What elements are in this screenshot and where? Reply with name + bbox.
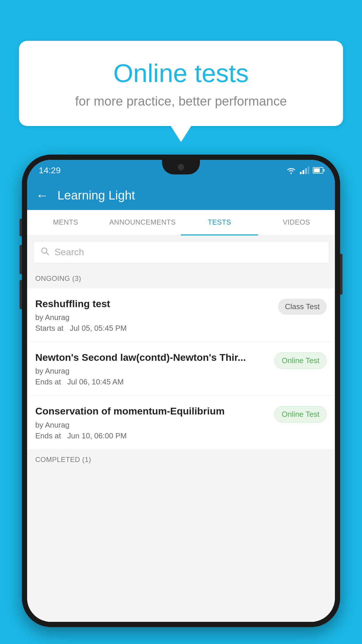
test-card-date: Starts at Jul 05, 05:45 PM (35, 324, 272, 333)
test-badge-online: Online Test (274, 352, 327, 369)
phone-frame: 14:29 (22, 155, 340, 627)
test-card-title: Conservation of momentum-Equilibrium (35, 405, 268, 417)
test-card-date: Ends at Jun 10, 06:00 PM (35, 431, 268, 440)
status-time: 14:29 (39, 165, 61, 175)
test-card-by: by Anurag (35, 421, 268, 430)
speech-bubble-container: Online tests for more practice, better p… (19, 41, 343, 142)
search-input-placeholder: Search (55, 247, 84, 258)
svg-rect-1 (303, 170, 304, 174)
phone-button-extra (20, 280, 22, 309)
test-card-by: by Anurag (35, 313, 272, 322)
battery-icon (313, 167, 323, 174)
tab-ments[interactable]: MENTS (27, 210, 104, 235)
search-container: Search (27, 236, 335, 269)
test-card-title: Reshuffling test (35, 297, 272, 310)
tabs-bar: MENTS ANNOUNCEMENTS TESTS VIDEOS (27, 210, 335, 236)
app-header: ← Learning Light (27, 181, 335, 210)
svg-rect-2 (305, 168, 307, 174)
test-card[interactable]: Reshuffling test by Anurag Starts at Jul… (27, 288, 335, 342)
phone-button-volume-up (20, 219, 22, 236)
svg-line-5 (46, 253, 49, 255)
test-card-info: Conservation of momentum-Equilibrium by … (35, 405, 268, 440)
completed-section-header: COMPLETED (1) (27, 450, 335, 470)
notch (162, 160, 200, 174)
test-card-date: Ends at Jul 06, 10:45 AM (35, 377, 268, 386)
search-icon (41, 246, 49, 258)
bubble-subtitle: for more practice, better performance (42, 94, 320, 108)
status-icons (286, 166, 323, 174)
search-bar[interactable]: Search (33, 241, 329, 263)
phone-button-power (340, 254, 342, 295)
battery-fill (314, 168, 320, 172)
phone-wrapper: 14:29 (22, 155, 340, 644)
test-card-info: Reshuffling test by Anurag Starts at Jul… (35, 297, 272, 333)
test-badge-online: Online Test (274, 406, 327, 423)
phone-screen: 14:29 (27, 160, 335, 622)
app-title: Learning Light (57, 188, 135, 202)
speech-bubble: Online tests for more practice, better p… (19, 41, 343, 126)
back-button[interactable]: ← (36, 188, 49, 203)
wifi-icon (286, 166, 296, 174)
tab-announcements[interactable]: ANNOUNCEMENTS (104, 210, 181, 235)
svg-rect-0 (300, 172, 302, 174)
test-card[interactable]: Conservation of momentum-Equilibrium by … (27, 396, 335, 449)
ongoing-section-header: ONGOING (3) (27, 269, 335, 288)
speech-bubble-tail (171, 126, 191, 142)
test-card-by: by Anurag (35, 367, 268, 376)
bubble-title: Online tests (42, 58, 320, 88)
camera-dot (178, 164, 184, 170)
phone-button-volume-down (20, 245, 22, 274)
list-content: ONGOING (3) Reshuffling test by Anurag S… (27, 269, 335, 622)
test-card[interactable]: Newton's Second law(contd)-Newton's Thir… (27, 342, 335, 395)
test-card-title: Newton's Second law(contd)-Newton's Thir… (35, 351, 268, 364)
test-card-info: Newton's Second law(contd)-Newton's Thir… (35, 351, 268, 386)
tab-tests[interactable]: TESTS (181, 210, 258, 235)
svg-rect-3 (308, 167, 309, 174)
signal-icon (300, 167, 309, 174)
tab-videos[interactable]: VIDEOS (258, 210, 335, 235)
test-badge-class: Class Test (278, 299, 327, 315)
